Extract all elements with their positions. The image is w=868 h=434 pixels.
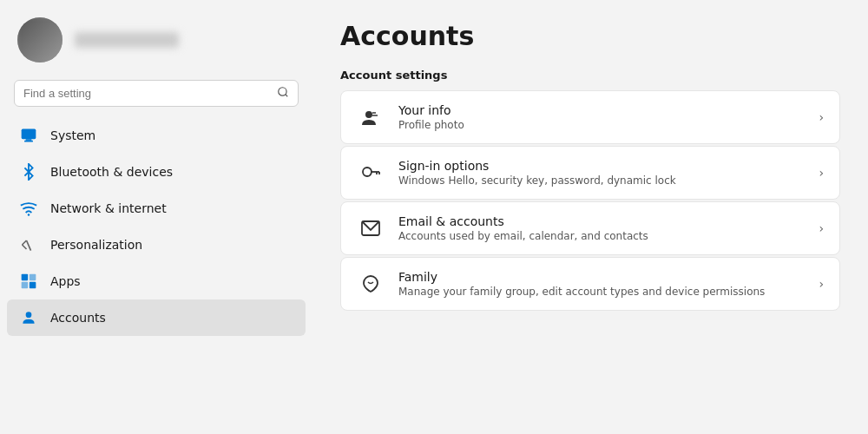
settings-list: Your info Profile photo › Sign-in option… <box>340 90 840 311</box>
search-box[interactable] <box>14 80 299 107</box>
settings-item-email[interactable]: Email & accounts Accounts used by email,… <box>340 201 840 255</box>
sidebar-item-label: Bluetooth & devices <box>50 165 173 179</box>
personalization-icon <box>19 235 38 254</box>
svg-rect-11 <box>22 282 29 289</box>
sidebar-item-label: Apps <box>50 274 81 288</box>
settings-item-subtitle: Profile photo <box>398 119 805 131</box>
chevron-right-icon: › <box>819 277 824 291</box>
svg-line-8 <box>23 245 27 249</box>
svg-rect-4 <box>24 141 33 142</box>
svg-rect-9 <box>22 274 29 281</box>
svg-rect-12 <box>30 282 36 289</box>
settings-item-text: Sign-in options Windows Hello, security … <box>398 159 805 187</box>
network-icon <box>19 199 38 218</box>
search-icon <box>277 86 289 101</box>
apps-icon <box>19 272 38 291</box>
sidebar-item-network[interactable]: Network & internet <box>7 190 306 227</box>
avatar <box>17 17 62 62</box>
settings-item-sign-in[interactable]: Sign-in options Windows Hello, security … <box>340 146 840 200</box>
svg-rect-10 <box>30 274 36 281</box>
svg-line-6 <box>23 240 27 245</box>
chevron-right-icon: › <box>819 110 824 124</box>
accounts-icon <box>19 308 38 327</box>
settings-item-subtitle: Accounts used by email, calendar, and co… <box>398 230 805 242</box>
settings-item-subtitle: Windows Hello, security key, password, d… <box>398 174 805 187</box>
svg-point-0 <box>279 88 286 95</box>
sidebar-item-apps[interactable]: Apps <box>7 263 306 299</box>
email-icon <box>357 214 385 242</box>
settings-item-subtitle: Manage your family group, edit account t… <box>398 286 805 298</box>
settings-item-title: Email & accounts <box>398 214 805 228</box>
nav-items: System Bluetooth & devices Network & <box>0 117 312 336</box>
username <box>75 32 179 48</box>
svg-rect-2 <box>22 129 36 140</box>
svg-point-14 <box>365 111 372 118</box>
settings-item-title: Sign-in options <box>398 159 805 173</box>
svg-point-17 <box>363 168 372 176</box>
settings-item-text: Email & accounts Accounts used by email,… <box>398 214 805 242</box>
svg-line-7 <box>27 240 31 251</box>
main-content: Accounts Account settings Your info Prof… <box>312 0 868 434</box>
sidebar-item-label: Accounts <box>50 311 106 325</box>
sidebar-item-label: System <box>50 128 95 142</box>
page-title: Accounts <box>340 21 840 51</box>
settings-item-your-info[interactable]: Your info Profile photo › <box>340 90 840 144</box>
settings-item-family[interactable]: Family Manage your family group, edit ac… <box>340 257 840 311</box>
key-icon <box>357 159 385 187</box>
chevron-right-icon: › <box>819 221 824 235</box>
settings-item-title: Your info <box>398 103 805 117</box>
person-icon <box>357 103 385 131</box>
family-icon <box>357 270 385 298</box>
settings-item-text: Your info Profile photo <box>398 103 805 131</box>
sidebar-item-bluetooth[interactable]: Bluetooth & devices <box>7 154 306 190</box>
svg-rect-3 <box>26 139 32 141</box>
section-label: Account settings <box>340 69 840 82</box>
sidebar-item-label: Personalization <box>50 238 142 252</box>
sidebar-item-personalization[interactable]: Personalization <box>7 227 306 263</box>
settings-item-text: Family Manage your family group, edit ac… <box>398 270 805 298</box>
sidebar-item-system[interactable]: System <box>7 117 306 154</box>
svg-point-13 <box>26 312 32 318</box>
system-icon <box>19 126 38 145</box>
sidebar: System Bluetooth & devices Network & <box>0 0 312 434</box>
sidebar-item-label: Network & internet <box>50 201 167 215</box>
search-input[interactable] <box>23 87 270 100</box>
svg-point-5 <box>28 214 30 216</box>
bluetooth-icon <box>19 162 38 181</box>
svg-line-1 <box>286 95 288 97</box>
user-profile <box>0 0 312 76</box>
chevron-right-icon: › <box>819 166 824 180</box>
settings-item-title: Family <box>398 270 805 284</box>
sidebar-item-accounts[interactable]: Accounts <box>7 299 306 336</box>
